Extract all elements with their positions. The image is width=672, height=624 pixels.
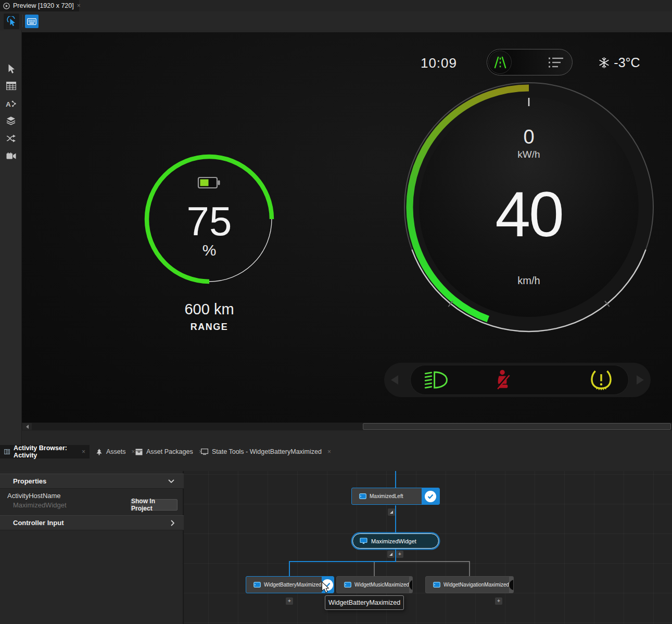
preview-toolbar	[0, 11, 672, 30]
check-circle-icon	[425, 491, 436, 502]
range-value: 600 km	[157, 301, 261, 318]
unselected-circle-icon	[509, 580, 514, 590]
widget-icon	[344, 582, 351, 588]
scroll-left-arrow-icon	[26, 425, 29, 429]
assets-tree-icon	[96, 449, 103, 455]
show-in-project-button[interactable]: Show In Project	[131, 499, 177, 511]
node-label: WidgetBatteryMaximized	[264, 582, 322, 588]
node-label: WidgetNavigationMaximized	[443, 582, 509, 588]
video-camera-icon	[6, 152, 16, 160]
node-maximized-left[interactable]: MaximizedLeft	[351, 488, 440, 505]
scroll-left-button[interactable]	[22, 423, 32, 430]
tab-activity-browser[interactable]: Activity Browser: Activity ×	[0, 445, 90, 459]
add-state-button[interactable]: +	[495, 597, 502, 605]
node-tooltip: WidgetBatteryMaximized	[325, 595, 404, 610]
state-tools-icon	[201, 449, 208, 455]
preview-hscrollbar	[22, 423, 672, 430]
battery-percent-unit: %	[188, 241, 230, 259]
text-binding-icon: A	[6, 99, 16, 108]
svg-text:A: A	[6, 100, 11, 108]
tab-label: Activity Browser: Activity	[14, 444, 76, 459]
widget-icon	[433, 582, 440, 588]
properties-panel: Properties ActivityHostName MaximizedWid…	[0, 471, 184, 624]
play-circle-icon	[3, 3, 10, 9]
tab-asset-packages[interactable]: Asset Packages ×	[131, 445, 207, 459]
touch-cursor-icon	[6, 16, 17, 27]
telltale-prev-arrow[interactable]	[391, 375, 398, 385]
node-state-toggle[interactable]	[409, 577, 413, 593]
controller-input-section-header[interactable]: Controller Input	[0, 515, 184, 530]
telltale-bar	[384, 363, 651, 397]
low-beam-icon	[424, 371, 449, 389]
connections-tool-button[interactable]	[6, 133, 16, 144]
tab-close-icon[interactable]: ×	[327, 448, 331, 455]
collapse-branch-button[interactable]	[387, 551, 395, 558]
camera-tool-button[interactable]	[6, 151, 16, 161]
shuffle-icon	[6, 134, 16, 143]
hscrollbar-thumb[interactable]	[363, 423, 671, 430]
tab-state-tools[interactable]: State Tools - WidgetBatteryMaximized ×	[197, 445, 335, 459]
pointer-icon	[7, 64, 16, 74]
activity-browser-icon	[4, 449, 10, 455]
add-state-button[interactable]: +	[286, 597, 293, 605]
layers-tool-button[interactable]	[6, 116, 16, 126]
preview-tab-strip: Preview [1920 x 720] ×	[0, 0, 672, 11]
layers-icon	[6, 116, 16, 125]
preview-tab-close-icon[interactable]: ×	[77, 3, 81, 9]
power-value: 0	[508, 126, 550, 148]
node-state-toggle[interactable]	[422, 488, 439, 504]
node-maximized-widget[interactable]: MaximizedWidget	[352, 533, 439, 549]
widget-icon	[359, 493, 366, 499]
speed-unit: km/h	[503, 275, 555, 287]
chevron-down-icon	[168, 479, 174, 483]
tab-label: Assets	[106, 448, 126, 455]
preview-canvas[interactable]: 10:09	[22, 32, 672, 423]
battery-icon	[198, 177, 220, 188]
keyboard-icon	[27, 18, 36, 25]
node-label: WidgetMusicMaximized	[354, 582, 409, 588]
plus-icon: +	[398, 552, 401, 557]
virtual-keyboard-button[interactable]	[25, 15, 39, 28]
properties-title: Properties	[13, 477, 46, 485]
bottom-tab-bar: Activity Browser: Activity × Assets × As…	[0, 445, 672, 471]
state-graph-canvas[interactable]: MaximizedLeft MaximizedWidget +	[184, 471, 672, 624]
seatbelt-warning-icon	[495, 370, 511, 390]
plus-icon: +	[497, 598, 500, 604]
preview-tab-label: Preview [1920 x 720]	[13, 2, 74, 9]
speed-value: 40	[466, 178, 591, 251]
controller-input-title: Controller Input	[13, 519, 64, 527]
range-label: RANGE	[168, 322, 251, 333]
node-widget-navigation-maximized[interactable]: WidgetNavigationMaximized	[425, 576, 514, 593]
activity-host-name-value: MaximizedWidget	[13, 501, 67, 509]
preview-tab[interactable]: Preview [1920 x 720] ×	[0, 0, 79, 11]
monitor-icon	[360, 538, 367, 544]
widget-icon	[253, 582, 261, 588]
tab-label: Asset Packages	[146, 448, 193, 455]
tab-label: State Tools - WidgetBatteryMaximized	[212, 448, 322, 455]
chevron-right-icon	[171, 520, 174, 526]
node-label: MaximizedWidget	[371, 538, 416, 544]
telltale-next-arrow[interactable]	[637, 375, 644, 385]
properties-section-header[interactable]: Properties	[0, 474, 184, 489]
text-tool-button[interactable]: A	[6, 98, 16, 109]
power-unit: kW/h	[503, 149, 555, 160]
table-icon	[6, 82, 16, 90]
battery-percent-value: 75	[168, 198, 251, 245]
add-state-button[interactable]: +	[396, 551, 403, 558]
tab-close-icon[interactable]: ×	[82, 448, 85, 455]
corner-arrow-icon	[389, 510, 394, 514]
table-tool-button[interactable]	[6, 81, 16, 91]
unselected-circle-icon	[409, 580, 413, 590]
tool-sidebar: A	[0, 30, 22, 445]
node-label: MaximizedLeft	[370, 493, 403, 499]
asset-packages-icon	[135, 449, 143, 455]
pointer-tool-button[interactable]	[6, 63, 16, 74]
node-state-toggle[interactable]	[509, 577, 514, 593]
corner-arrow-icon	[389, 552, 393, 556]
activity-host-name-label: ActivityHostName	[7, 492, 61, 500]
collapse-branch-button[interactable]	[388, 508, 395, 516]
node-widget-music-maximized[interactable]: WidgetMusicMaximized	[336, 576, 413, 593]
touch-select-button[interactable]	[4, 14, 19, 29]
mouse-cursor	[321, 581, 329, 594]
tire-pressure-warning-icon	[590, 370, 612, 390]
